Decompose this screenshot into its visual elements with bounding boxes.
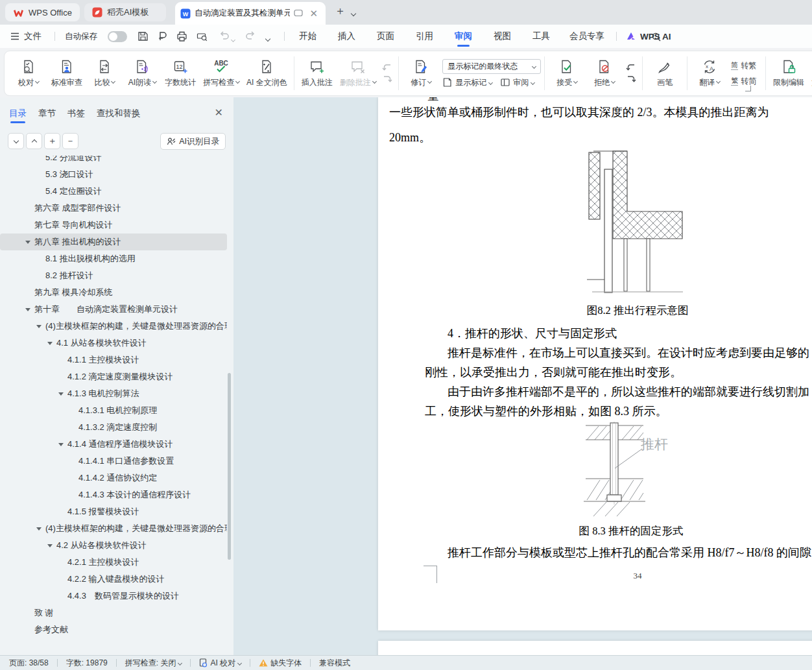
toc-item[interactable]: 第七章 导向机构设计 [0,217,227,233]
previous-revision-icon[interactable] [626,63,636,72]
menu-view[interactable]: 视图 [494,25,511,48]
toc-item[interactable]: 4.1.3 电机控制算法 [0,385,227,402]
collapse-all-button[interactable] [26,133,42,149]
undo-icon[interactable] [219,31,230,40]
zoom-out-toc-button[interactable]: － [62,133,78,149]
to-simplified-button[interactable]: 繁 转简 [731,76,756,87]
tab-chapters[interactable]: 章节 [38,104,56,123]
review-pane-button[interactable]: 审阅 [500,77,534,88]
markup-state-dropdown[interactable]: 显示标记的最终状态 [442,59,541,74]
toc-item[interactable]: (4)主模块框架的构建，关键是微处理器资源的合理 ... [0,318,227,335]
toc-item[interactable]: 4.1.3.2 滴定速度控制 [0,419,227,436]
toc-item[interactable]: 4.4.3 数码管显示模块的设计 [0,588,227,604]
menu-tools[interactable]: 工具 [532,25,550,48]
wps-ai-button[interactable]: WPS AI [626,25,671,48]
ai-recognize-toc-button[interactable]: AI识别目录 [160,133,226,150]
expand-all-button[interactable] [8,133,24,149]
toc-item[interactable]: 致 谢 [0,604,227,621]
tab-find-replace[interactable]: 查找和替换 [97,104,141,123]
zoom-in-toc-button[interactable]: ＋ [44,133,60,149]
sidebar-scrollbar[interactable] [228,373,231,560]
ai-read-aloud-button[interactable]: AI朗读 [123,57,161,90]
toc-item[interactable]: 5.3 浇口设计 [0,166,227,183]
toc-item[interactable]: 4.1.4.3 本设计的通信程序设计 [0,486,227,503]
menu-insert[interactable]: 插入 [338,25,355,48]
toc-item[interactable]: 第九章 模具冷却系统 [0,284,227,301]
reject-button[interactable]: 拒绝 [586,57,623,90]
toc-expand-arrow[interactable] [58,392,64,396]
toc-item[interactable]: 4.1.4.1 串口通信参数设置 [0,453,227,470]
toc-item[interactable]: 参考文献 [0,621,227,638]
toc-item[interactable]: 8.2 推杆设计 [0,267,227,284]
translate-button[interactable]: xA 翻译 [691,57,728,90]
menu-review[interactable]: 审阅 [455,25,472,48]
next-page[interactable] [378,641,812,655]
insert-comment-button[interactable]: 插入批注 [298,57,336,90]
ai-polish-button[interactable]: AI 全文润色 [243,57,291,90]
new-tab-button[interactable]: ＋ [335,5,346,16]
toc-item[interactable]: 4.1.3.1 电机控制原理 [0,402,227,419]
redo-icon[interactable] [245,31,256,40]
toc-expand-arrow[interactable] [36,325,42,328]
menu-start[interactable]: 开始 [299,25,316,48]
toc-expand-arrow[interactable] [25,241,30,244]
to-traditional-button[interactable]: 简 转繁 [731,60,756,71]
toc-item[interactable]: 4.1.4 通信程序通信模块设计 [0,436,227,453]
toc-item[interactable]: 4.2.1 主控模块设计 [0,554,227,571]
tab-contents[interactable]: 目录 [9,104,27,123]
print-preview-icon[interactable] [197,31,208,42]
toc-item[interactable]: 8.1 推出脱模机构的选用 [0,250,227,267]
toc-item[interactable]: 4.2 从站各模块软件设计 [0,537,227,554]
toc-item[interactable]: 第八章 推出机构的设计 [0,233,227,250]
spellcheck-status[interactable]: 拼写检查: 关闭 [125,658,182,669]
toc-item[interactable]: 4.1.4.2 通信协议约定 [0,470,227,486]
hamburger-menu-icon[interactable] [10,25,19,48]
save-icon[interactable] [137,31,149,42]
missing-font-warning[interactable]: 缺失字体 [259,658,302,669]
brush-button[interactable]: 画笔 [646,57,684,90]
track-changes-button[interactable]: 修订 [402,57,440,90]
standard-review-button[interactable]: 标准审查 [47,57,86,90]
tab-list-chevron-icon[interactable] [352,8,355,19]
delete-comment-button[interactable]: 删除批注 [336,57,379,90]
file-menu[interactable]: 文件 [24,25,42,48]
toc-item[interactable]: 4.2.2 输入键盘模块的设计 [0,571,227,588]
tab-document-active[interactable]: W 自动滴定装置及其检测单元设 ✕ [175,2,326,25]
next-comment-icon[interactable] [382,75,392,84]
menu-member[interactable]: 会员专享 [569,25,604,48]
compare-button[interactable]: 比较 [86,57,123,90]
toc-expand-arrow[interactable] [36,527,42,531]
tab-bookmarks[interactable]: 书签 [67,104,85,123]
menu-page[interactable]: 页面 [377,25,394,48]
export-pdf-icon[interactable] [158,31,167,42]
toc-item[interactable]: 5.4 定位圈设计 [0,183,227,200]
toc-item[interactable]: 4.1.1 主控模块设计 [0,352,227,368]
toc-expand-arrow[interactable] [47,342,53,345]
accept-button[interactable]: 接受 [548,57,586,90]
toc-item[interactable]: 第十章 自动滴定装置检测单元设计 [0,301,227,318]
toc-item[interactable]: 第六章 成型零部件设计 [0,200,227,217]
restrict-edit-button[interactable]: 限制编辑 [769,57,807,90]
document-page[interactable]: 量 一些形状简单或桶形制件时，也可以取其深度的 2/3。本模具的推出距离为 20… [378,97,812,630]
toc-expand-arrow[interactable] [58,443,64,446]
close-tab-icon[interactable]: ✕ [307,7,320,19]
undo-chevron-icon[interactable] [232,34,235,46]
toc-item[interactable]: 4.1.2 滴定速度测量模块设计 [0,368,227,385]
menu-reference[interactable]: 引用 [416,25,433,48]
tab-docer-templates[interactable]: 稻壳AI模板 [84,3,166,21]
toc-item[interactable]: 5.2 分流道设计 [0,156,227,166]
toc-expand-arrow[interactable] [47,544,53,547]
toc-item[interactable]: 4.1 从站各模块软件设计 [0,335,227,352]
page-indicator[interactable]: 页面: 38/58 [9,658,49,669]
previous-comment-icon[interactable] [382,63,392,72]
proofread-button[interactable]: 校对 [10,57,47,90]
close-sidebar-icon[interactable]: ✕ [215,106,223,119]
doc-permission-button[interactable]: 文档权限 [808,57,812,90]
tab-preview-icon[interactable] [294,9,303,18]
next-revision-icon[interactable] [626,75,636,84]
spell-check-button[interactable]: ABC 拼写检查 [200,57,243,90]
tab-wps-office[interactable]: WPS Office [5,3,80,21]
print-icon[interactable] [176,31,187,42]
ai-proofread-status[interactable]: AI 校对 [199,658,241,669]
autosave-toggle[interactable] [108,31,127,42]
